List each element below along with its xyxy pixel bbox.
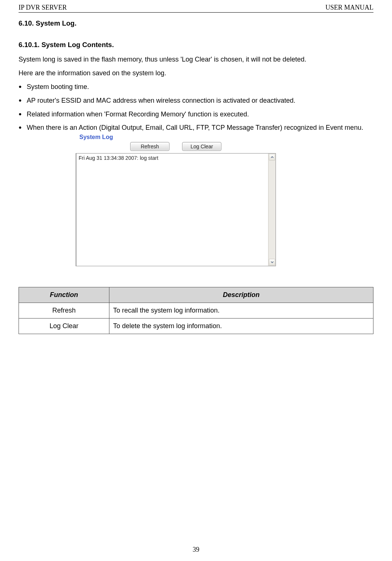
intro-line-2: Here are the information saved on the sy… (19, 66, 373, 80)
subsection-title: System Log Contents. (42, 41, 114, 49)
page-header: IP DVR SERVER USER MANUAL (19, 4, 373, 13)
subsection-number: 6.10.1. (19, 41, 40, 49)
table-header-description: Description (109, 287, 373, 303)
header-right: USER MANUAL (325, 4, 373, 11)
page-number: 39 (0, 546, 392, 554)
bullet-item: Related information when 'Format Recordi… (19, 108, 373, 121)
bullet-item: When there is an Action (Digital Output,… (19, 121, 373, 135)
system-log-figure: System Log Refresh Log Clear Fri Aug 31 … (76, 134, 276, 266)
figure-button-row: Refresh Log Clear (76, 142, 276, 151)
bullet-list: System booting time. AP router's ESSID a… (19, 80, 373, 135)
table-cell-description: To recall the system log information. (109, 303, 373, 319)
figure-title: System Log (79, 134, 276, 141)
log-textarea[interactable]: Fri Aug 31 13:34:38 2007: log start (76, 153, 276, 266)
scrollbar[interactable] (268, 154, 276, 266)
section-heading: 6.10. System Log. (19, 19, 373, 27)
chevron-up-icon (271, 156, 274, 159)
chevron-down-icon (271, 261, 274, 264)
intro-line-1: System long is saved in the flash memory… (19, 53, 373, 66)
function-table: Function Description Refresh To recall t… (19, 287, 373, 334)
table-header-row: Function Description (19, 287, 373, 303)
log-clear-button[interactable]: Log Clear (182, 142, 221, 151)
table-cell-function: Refresh (19, 303, 109, 319)
log-entry: Fri Aug 31 13:34:38 2007: log start (76, 154, 268, 266)
scroll-up-button[interactable] (269, 154, 275, 161)
section-title: System Log. (36, 19, 76, 27)
bullet-item: AP router's ESSID and MAC address when w… (19, 94, 373, 108)
scroll-down-button[interactable] (269, 259, 275, 265)
subsection-heading: 6.10.1. System Log Contents. (19, 41, 373, 49)
bullet-item: System booting time. (19, 80, 373, 94)
table-cell-function: Log Clear (19, 318, 109, 334)
table-cell-description: To delete the system log information. (109, 318, 373, 334)
table-row: Log Clear To delete the system log infor… (19, 318, 373, 334)
table-row: Refresh To recall the system log informa… (19, 303, 373, 319)
section-number: 6.10. (19, 19, 34, 27)
header-left: IP DVR SERVER (19, 4, 67, 11)
refresh-button[interactable]: Refresh (130, 142, 169, 151)
table-header-function: Function (19, 287, 109, 303)
